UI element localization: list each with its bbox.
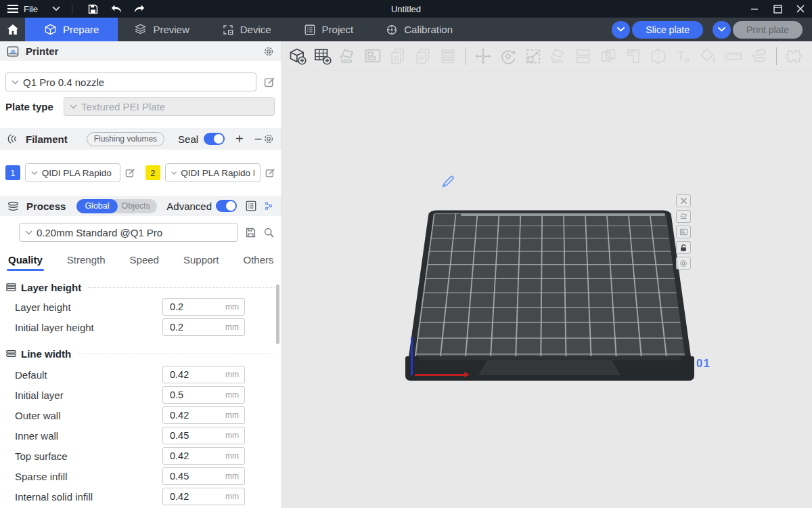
z-axis-indicator xyxy=(411,337,413,375)
tab-calibration[interactable]: Calibration xyxy=(369,18,469,41)
filament-section-header: Filament Flushing volumes Seal + − xyxy=(0,128,281,150)
slice-plate-button[interactable]: Slice plate xyxy=(632,21,703,39)
plate-number-label: 01 xyxy=(696,357,710,371)
delete-plate-icon[interactable] xyxy=(676,194,691,207)
edit-plate-pencil-icon[interactable] xyxy=(441,175,455,188)
tab-strength[interactable]: Strength xyxy=(67,251,106,271)
scope-global-button[interactable]: Global xyxy=(76,199,117,213)
file-menu-chevron[interactable] xyxy=(45,0,68,18)
settings-panel: Printer Q1 Pro 0.4 nozzle Plate type Tex… xyxy=(0,41,282,508)
text-tool-icon[interactable]: Ta xyxy=(673,46,694,66)
paste-0-icon[interactable]: 0 xyxy=(388,46,408,66)
advanced-toggle[interactable] xyxy=(216,200,237,212)
undo-button[interactable] xyxy=(105,0,128,18)
save-button[interactable] xyxy=(82,0,105,18)
printer-edit-icon[interactable] xyxy=(263,76,276,89)
tab-others[interactable]: Others xyxy=(244,251,274,271)
app-window: File Untitled Prepare Preview Device xyxy=(0,0,812,508)
toolbar-divider xyxy=(776,47,777,65)
redo-button[interactable] xyxy=(128,0,151,18)
filament-2-select[interactable]: QIDI PLA Rapido M... xyxy=(165,163,261,182)
plate-type-select[interactable]: Textured PEI Plate xyxy=(64,97,275,116)
move-icon[interactable] xyxy=(473,46,493,66)
build-plate-surface[interactable] xyxy=(405,210,694,381)
printer-settings-gear-icon[interactable] xyxy=(263,45,275,58)
process-icon xyxy=(7,200,20,212)
scale-icon[interactable] xyxy=(523,46,543,66)
paint-icon[interactable] xyxy=(698,46,719,66)
filament-slot-2-badge[interactable]: 2 xyxy=(145,165,160,180)
print-split-button: Print plate xyxy=(713,21,803,39)
arrange-icon[interactable] xyxy=(363,46,383,66)
assembly-icon[interactable] xyxy=(784,46,804,66)
print-plate-button[interactable]: Print plate xyxy=(733,21,803,39)
build-plate[interactable] xyxy=(405,76,694,402)
filament-settings-gear-icon[interactable] xyxy=(263,133,275,145)
tab-project[interactable]: Project xyxy=(288,18,370,41)
layer-height-input[interactable]: 0.2mm xyxy=(162,298,245,316)
section-layer-height: Layer height xyxy=(5,279,275,295)
add-plate-icon[interactable] xyxy=(313,46,333,66)
cut-icon[interactable] xyxy=(648,46,669,66)
fill-icon[interactable] xyxy=(623,46,644,66)
layers-icon[interactable] xyxy=(438,46,458,66)
seal-toggle[interactable] xyxy=(204,133,225,145)
scope-objects-button[interactable]: Objects xyxy=(118,201,157,211)
sparse-infill-line-width-input[interactable]: 0.45mm xyxy=(162,467,245,485)
outer-wall-line-width-input[interactable]: 0.42mm xyxy=(162,406,245,424)
split-icon[interactable] xyxy=(573,46,593,66)
tab-device[interactable]: Device xyxy=(206,18,288,41)
preset-list-icon[interactable] xyxy=(245,200,257,212)
filament-2-edit-icon[interactable] xyxy=(265,167,276,179)
orient-plate-icon[interactable] xyxy=(676,210,691,223)
seam-icon[interactable] xyxy=(748,46,769,66)
printer-preset-select[interactable]: Q1 Pro 0.4 nozzle xyxy=(5,72,256,91)
close-button[interactable] xyxy=(789,0,812,18)
maximize-button[interactable] xyxy=(766,0,789,18)
minimize-button[interactable] xyxy=(743,0,766,18)
print-options-chevron[interactable] xyxy=(713,21,731,39)
arrange-plate-icon[interactable] xyxy=(676,226,691,238)
tab-preview[interactable]: Preview xyxy=(118,18,205,41)
process-tabs: Quality Strength Speed Support Others xyxy=(0,251,281,271)
save-preset-icon[interactable] xyxy=(245,227,256,238)
measure-icon[interactable] xyxy=(723,46,744,66)
initial-layer-height-input[interactable]: 0.2mm xyxy=(162,318,245,336)
filament-1-select[interactable]: QIDI PLA Rapido xyxy=(25,163,120,182)
remove-filament-button[interactable]: − xyxy=(254,132,263,146)
lock-plate-icon[interactable] xyxy=(676,241,691,254)
panel-scrollbar[interactable] xyxy=(276,284,279,344)
filament-title: Filament xyxy=(26,133,68,145)
flushing-volumes-button[interactable]: Flushing volumes xyxy=(87,132,164,146)
tab-support[interactable]: Support xyxy=(183,251,219,271)
inner-wall-line-width-input[interactable]: 0.45mm xyxy=(162,427,245,444)
filament-1-edit-icon[interactable] xyxy=(125,167,136,179)
home-button[interactable] xyxy=(0,18,25,41)
search-preset-icon[interactable] xyxy=(263,227,275,238)
internal-solid-infill-line-width-input[interactable]: 0.42mm xyxy=(162,488,245,505)
add-filament-button[interactable]: + xyxy=(235,132,244,146)
top-surface-line-width-input[interactable]: 0.42mm xyxy=(162,447,245,465)
preview-icon xyxy=(134,23,147,36)
paste-p-icon[interactable]: P xyxy=(413,46,433,66)
viewport-3d[interactable]: 0 P Ta xyxy=(283,41,812,508)
boolean-icon[interactable] xyxy=(598,46,618,66)
x-axis-indicator xyxy=(415,374,465,376)
filament-slot-1-badge[interactable]: 1 xyxy=(5,165,20,180)
lay-on-face-icon[interactable] xyxy=(548,46,568,66)
filament-icon xyxy=(7,133,19,145)
add-model-icon[interactable] xyxy=(288,46,308,66)
tab-speed[interactable]: Speed xyxy=(130,251,159,271)
default-line-width-input[interactable]: 0.42mm xyxy=(162,366,245,383)
slice-options-chevron[interactable] xyxy=(612,21,630,39)
auto-orient-icon[interactable] xyxy=(338,46,358,66)
process-preset-select[interactable]: 0.20mm Standard @Q1 Pro xyxy=(19,223,238,242)
file-menu-button[interactable]: File xyxy=(0,0,45,18)
param-row: Default 0.42mm xyxy=(0,366,281,383)
tab-prepare[interactable]: Prepare xyxy=(25,18,118,41)
initial-layer-line-width-input[interactable]: 0.5mm xyxy=(162,386,245,404)
search-params-icon[interactable] xyxy=(263,200,275,212)
tab-quality[interactable]: Quality xyxy=(8,251,43,271)
plate-settings-icon[interactable] xyxy=(676,257,691,270)
rotate-icon[interactable] xyxy=(498,46,518,66)
